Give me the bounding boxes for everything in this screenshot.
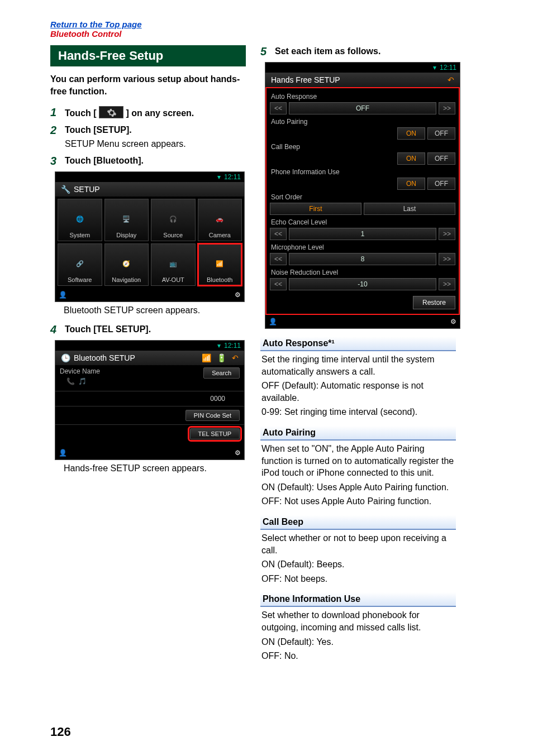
auto-response-desc: Set the ringing time interval until the … bbox=[261, 353, 455, 377]
clock-text: 12:11 bbox=[440, 64, 456, 71]
auto-response-label: Auto Response bbox=[270, 91, 455, 102]
clock-text: 12:11 bbox=[224, 342, 241, 350]
auto-pairing-heading: Auto Pairing bbox=[260, 426, 456, 441]
device-name-label: Device Name bbox=[60, 367, 100, 375]
step-5-number: 5 bbox=[260, 45, 270, 58]
pin-value: 0000 bbox=[210, 395, 240, 403]
mic-value: 8 bbox=[289, 253, 436, 265]
auto-response-heading: Auto Response*¹ bbox=[260, 337, 456, 351]
noise-increase[interactable]: >> bbox=[439, 278, 455, 290]
user-icon[interactable]: 👤 bbox=[59, 291, 67, 299]
echo-label: Echo Cancel Level bbox=[270, 217, 455, 228]
step-4-title: Touch [TEL SETUP]. bbox=[65, 323, 246, 336]
step-2-sub: SETUP Menu screen appears. bbox=[65, 138, 246, 150]
bluetooth-setup-screen: ▾ 12:11 🕒 Bluetooth SETUP 📶 🔋 ↶ Device N… bbox=[55, 340, 245, 460]
noise-decrease[interactable]: << bbox=[270, 278, 287, 290]
sort-last[interactable]: Last bbox=[364, 203, 455, 215]
clock-text: 12:11 bbox=[224, 173, 241, 181]
signal-icon: 📶 bbox=[202, 353, 211, 362]
call-beep-label: Call Beep bbox=[270, 141, 455, 152]
call-beep-off[interactable]: OFF bbox=[427, 152, 455, 165]
bt-status-icon: ▾ bbox=[217, 173, 221, 181]
phone-info-desc: Set whether to download phonebook for ou… bbox=[261, 609, 455, 633]
step-1-number: 1 bbox=[50, 106, 60, 119]
step-3-title: Touch [Bluetooth]. bbox=[65, 155, 246, 167]
echo-increase[interactable]: >> bbox=[439, 228, 455, 240]
step-3-number: 3 bbox=[50, 155, 60, 167]
step-4-number: 4 bbox=[50, 323, 60, 336]
echo-decrease[interactable]: << bbox=[270, 228, 287, 240]
sort-order-label: Sort Order bbox=[270, 192, 455, 203]
auto-response-value: OFF bbox=[289, 102, 436, 114]
battery-icon: 🔋 bbox=[217, 353, 226, 362]
auto-response-decrease[interactable]: << bbox=[270, 102, 287, 114]
page-number: 126 bbox=[50, 725, 71, 739]
phone-info-heading: Phone Information Use bbox=[260, 592, 456, 607]
setup-source[interactable]: 🎧Source bbox=[151, 199, 196, 241]
wrench-icon: 🔧 bbox=[61, 185, 70, 194]
back-icon[interactable]: ↶ bbox=[232, 353, 239, 362]
call-beep-desc: Select whether or not to beep upon recei… bbox=[261, 532, 455, 556]
step-1-text: Touch [ ] on any screen. bbox=[65, 106, 246, 119]
setup-system[interactable]: 🌐System bbox=[58, 199, 102, 241]
user-icon[interactable]: 👤 bbox=[59, 449, 67, 457]
setup-software[interactable]: 🔗Software bbox=[58, 243, 102, 286]
user-icon[interactable]: 👤 bbox=[269, 318, 277, 326]
noise-label: Noise Reduction Level bbox=[270, 267, 455, 278]
bluetooth-control-link: Bluetooth Control bbox=[50, 29, 483, 39]
phone-info-off[interactable]: OFF bbox=[427, 178, 455, 190]
setup-bluetooth[interactable]: 📶Bluetooth bbox=[198, 243, 242, 286]
hf-caption: Hands-free SETUP screen appears. bbox=[64, 463, 246, 473]
gear-footer-icon[interactable]: ⚙ bbox=[235, 449, 241, 457]
auto-response-increase[interactable]: >> bbox=[439, 102, 455, 114]
bluetooth-icon: 🕒 bbox=[61, 353, 70, 362]
hands-free-setup-screen: ▾ 12:11 Hands Free SETUP ↶ Auto Response… bbox=[265, 62, 460, 329]
music-icon: 🎵 bbox=[78, 377, 87, 385]
step-2-title: Touch [SETUP]. bbox=[65, 124, 246, 136]
auto-pairing-off[interactable]: OFF bbox=[427, 127, 455, 140]
noise-value: -10 bbox=[289, 278, 436, 290]
setup-camera[interactable]: 🚗Camera bbox=[198, 199, 242, 241]
setup-avout[interactable]: 📺AV-OUT bbox=[151, 243, 196, 286]
auto-pairing-label: Auto Pairing bbox=[270, 116, 455, 127]
hf-setup-heading: Hands Free SETUP bbox=[271, 75, 340, 84]
step-5-title: Set each item as follows. bbox=[275, 45, 456, 58]
section-header: Hands-Free Setup bbox=[50, 45, 246, 66]
return-top-link[interactable]: Return to the Top page bbox=[50, 20, 483, 29]
bt-status-icon: ▾ bbox=[217, 342, 221, 350]
setup-navigation[interactable]: 🧭Navigation bbox=[104, 243, 149, 286]
gear-icon bbox=[99, 106, 123, 118]
back-icon[interactable]: ↶ bbox=[448, 75, 454, 84]
auto-pairing-on[interactable]: ON bbox=[397, 127, 425, 140]
tel-setup-button[interactable]: TEL SETUP bbox=[190, 428, 240, 439]
step-2-number: 2 bbox=[50, 124, 60, 150]
call-beep-heading: Call Beep bbox=[260, 515, 456, 530]
gear-footer-icon[interactable]: ⚙ bbox=[235, 291, 241, 299]
sort-first[interactable]: First bbox=[270, 203, 361, 215]
phone-icon: 📞 bbox=[66, 377, 75, 385]
gear-footer-icon[interactable]: ⚙ bbox=[450, 318, 456, 326]
bt-setup-heading: Bluetooth SETUP bbox=[74, 353, 135, 362]
mic-label: Microphone Level bbox=[270, 242, 455, 253]
pin-code-button[interactable]: PIN Code Set bbox=[185, 410, 240, 421]
search-button[interactable]: Search bbox=[203, 367, 240, 379]
setup-display[interactable]: 🖥️Display bbox=[104, 199, 149, 241]
echo-value: 1 bbox=[289, 228, 436, 240]
restore-button[interactable]: Restore bbox=[413, 296, 455, 309]
auto-pairing-desc: When set to "ON", the Apple Auto Pairing… bbox=[261, 443, 455, 479]
bt-status-icon: ▾ bbox=[433, 64, 436, 71]
intro-text: You can perform various setup about hand… bbox=[50, 73, 246, 97]
setup-screen: ▾ 12:11 🔧 SETUP 🌐System 🖥️Display 🎧Sourc… bbox=[55, 171, 245, 302]
call-beep-on[interactable]: ON bbox=[397, 152, 425, 165]
setup-heading: SETUP bbox=[74, 185, 100, 194]
mic-increase[interactable]: >> bbox=[439, 253, 455, 265]
mic-decrease[interactable]: << bbox=[270, 253, 287, 265]
bt-caption: Bluetooth SETUP screen appears. bbox=[64, 305, 246, 315]
phone-info-on[interactable]: ON bbox=[397, 178, 425, 190]
phone-info-label: Phone Information Use bbox=[270, 166, 455, 178]
